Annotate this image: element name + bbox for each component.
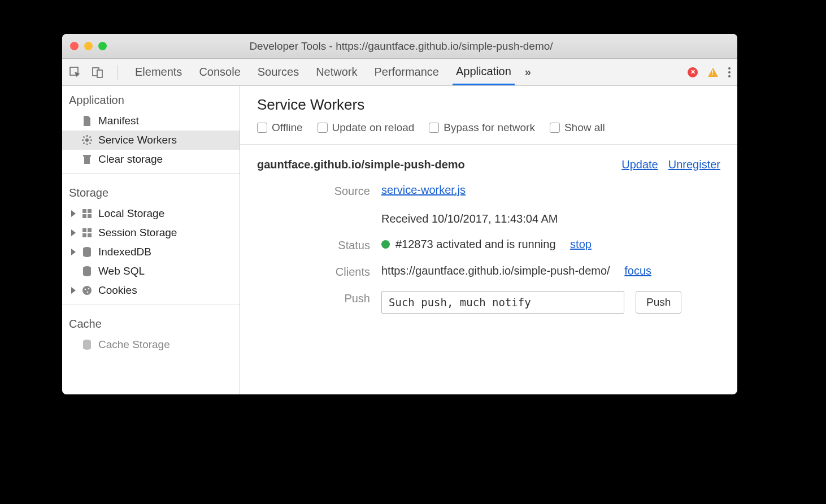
status-text: #12873 activated and is running	[395, 238, 556, 251]
database-icon	[81, 266, 93, 277]
database-icon	[81, 246, 93, 258]
tab-elements[interactable]: Elements	[132, 59, 185, 85]
grid-icon	[81, 208, 93, 219]
tab-sources[interactable]: Sources	[254, 59, 302, 85]
svg-rect-12	[84, 157, 90, 164]
minimize-window-button[interactable]	[84, 42, 93, 50]
sidebar-item-label: Manifest	[98, 115, 139, 127]
svg-point-30	[88, 288, 90, 290]
svg-line-8	[84, 137, 85, 138]
svg-rect-14	[82, 209, 86, 213]
gear-icon	[81, 134, 93, 146]
panel-title: Service Workers	[257, 96, 720, 114]
close-window-button[interactable]	[70, 42, 79, 50]
received-text: Received 10/10/2017, 11:43:04 AM	[381, 212, 720, 225]
svg-rect-16	[82, 214, 86, 218]
sidebar-item-cookies[interactable]: Cookies	[62, 281, 240, 300]
sidebar-item-label: Session Storage	[98, 227, 177, 239]
sidebar-item-label: Service Workers	[98, 134, 177, 146]
origin-text: gauntface.github.io/simple-push-demo	[257, 158, 465, 171]
show-all-checkbox[interactable]: Show all	[550, 121, 605, 134]
offline-checkbox[interactable]: Offline	[257, 121, 303, 134]
file-icon	[81, 115, 93, 127]
expand-icon[interactable]	[71, 287, 76, 294]
sidebar-item-cache-storage[interactable]: Cache Storage	[62, 335, 240, 354]
update-link[interactable]: Update	[621, 158, 658, 171]
svg-line-11	[89, 137, 90, 138]
update-on-reload-checkbox[interactable]: Update on reload	[318, 121, 415, 134]
sidebar-group-storage: Storage	[62, 179, 240, 204]
sidebar-item-websql[interactable]: Web SQL	[62, 262, 240, 281]
sidebar-group-cache: Cache	[62, 310, 240, 335]
window-title: Developer Tools - https://gauntface.gith…	[118, 40, 729, 53]
sidebar-item-service-workers[interactable]: Service Workers	[62, 131, 240, 150]
status-label: Status	[257, 238, 370, 252]
svg-point-24	[83, 254, 91, 257]
panel-body: Application Manifest Service Workers Cle…	[62, 86, 737, 394]
database-icon	[81, 339, 93, 350]
sidebar-item-label: Web SQL	[98, 265, 145, 277]
zoom-window-button[interactable]	[98, 42, 107, 50]
svg-rect-18	[82, 228, 86, 232]
cookie-icon	[81, 285, 93, 296]
sidebar-item-local-storage[interactable]: Local Storage	[62, 204, 240, 223]
bypass-network-checkbox[interactable]: Bypass for network	[429, 121, 535, 134]
svg-point-31	[87, 292, 89, 293]
options-row: Offline Update on reload Bypass for netw…	[257, 121, 720, 142]
application-sidebar: Application Manifest Service Workers Cle…	[62, 86, 240, 394]
svg-rect-2	[97, 70, 102, 77]
more-tabs-icon[interactable]: »	[525, 66, 531, 79]
sidebar-item-label: IndexedDB	[98, 246, 151, 258]
tab-network[interactable]: Network	[312, 59, 360, 85]
tab-application[interactable]: Application	[453, 59, 515, 85]
warnings-badge-icon[interactable]	[708, 68, 718, 77]
devtools-tab-bar: Elements Console Sources Network Perform…	[62, 59, 737, 86]
sidebar-item-label: Local Storage	[98, 207, 164, 220]
svg-point-27	[83, 273, 91, 276]
sidebar-item-label: Cache Storage	[98, 338, 170, 351]
settings-menu-icon[interactable]	[728, 67, 731, 77]
trash-icon	[81, 154, 93, 165]
stop-link[interactable]: stop	[570, 238, 592, 251]
expand-icon[interactable]	[71, 210, 76, 217]
sidebar-item-indexeddb[interactable]: IndexedDB	[62, 242, 240, 262]
svg-rect-20	[82, 233, 86, 237]
svg-point-28	[82, 286, 92, 295]
sidebar-item-label: Clear storage	[98, 153, 163, 166]
sidebar-item-label: Cookies	[98, 284, 137, 297]
push-button[interactable]: Push	[636, 291, 681, 314]
svg-rect-13	[83, 155, 91, 157]
svg-point-34	[83, 346, 91, 350]
expand-icon[interactable]	[71, 229, 76, 236]
origin-row: gauntface.github.io/simple-push-demo Upd…	[240, 145, 737, 178]
source-file-link[interactable]: service-worker.js	[381, 184, 466, 197]
sidebar-group-application: Application	[62, 86, 240, 111]
titlebar: Developer Tools - https://gauntface.gith…	[62, 34, 737, 59]
errors-badge-icon[interactable]	[688, 67, 698, 77]
grid-icon	[81, 227, 93, 238]
svg-rect-21	[88, 233, 92, 237]
svg-rect-15	[88, 209, 92, 213]
sidebar-item-manifest[interactable]: Manifest	[62, 111, 240, 131]
svg-rect-19	[88, 228, 92, 232]
divider	[62, 305, 240, 305]
svg-point-3	[85, 138, 89, 142]
status-indicator-icon	[381, 240, 390, 249]
tab-performance[interactable]: Performance	[371, 59, 443, 85]
clients-label: Clients	[257, 264, 370, 279]
focus-link[interactable]: focus	[624, 264, 651, 277]
tab-console[interactable]: Console	[195, 59, 244, 85]
sidebar-item-session-storage[interactable]: Session Storage	[62, 223, 240, 242]
source-label: Source	[257, 184, 370, 198]
svg-line-10	[84, 142, 85, 144]
service-workers-panel: Service Workers Offline Update on reload…	[240, 86, 737, 394]
expand-icon[interactable]	[71, 249, 76, 255]
svg-point-29	[85, 289, 86, 290]
device-toggle-icon[interactable]	[92, 66, 104, 79]
unregister-link[interactable]: Unregister	[668, 158, 720, 171]
divider	[118, 65, 118, 80]
push-message-input[interactable]	[381, 291, 624, 314]
inspect-element-icon[interactable]	[69, 66, 81, 79]
sidebar-item-clear-storage[interactable]: Clear storage	[62, 150, 240, 169]
divider	[62, 173, 240, 174]
